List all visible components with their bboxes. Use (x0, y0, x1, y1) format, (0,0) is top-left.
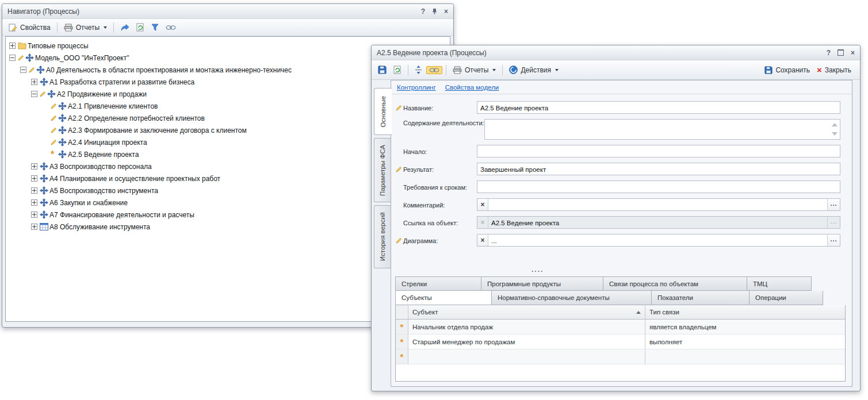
relation-tab[interactable]: Программные продукты (481, 276, 603, 291)
side-tab[interactable]: История версий (374, 205, 391, 268)
clear-field-button[interactable]: × (477, 234, 488, 246)
column-header-subject[interactable]: Субъект (408, 305, 645, 319)
model-properties-link[interactable]: Свойства модели (445, 84, 499, 91)
toolbar-separator (113, 22, 114, 33)
tree-expander-icon[interactable] (31, 91, 37, 97)
grid-row[interactable]: * (396, 349, 845, 364)
close-button[interactable]: × (851, 49, 855, 57)
scroll-arrows-icon[interactable] (831, 122, 838, 137)
actions-button[interactable]: Действия (506, 64, 561, 75)
reports-button[interactable]: Отчеты (61, 22, 110, 33)
relation-type-cell[interactable] (645, 349, 845, 364)
relation-tab-label: ТМЦ (753, 280, 767, 287)
subject-cell[interactable]: Старший менеджер по продажам (408, 334, 645, 349)
ellipsis-button[interactable]: ... (827, 234, 840, 246)
form-field-row: Ссылка на объект: × A2.5 Ведение проекта… (396, 216, 840, 229)
process-icon (58, 102, 68, 110)
process-icon (40, 210, 49, 219)
split-view-button[interactable] (412, 64, 425, 75)
refresh-icon (136, 23, 144, 32)
process-icon (40, 198, 49, 207)
field-input[interactable]: × A2.5 Ведение проекта ... (477, 101, 840, 114)
field-input[interactable]: × Завершенный проект ... (477, 163, 840, 175)
tree-expander-icon[interactable] (20, 67, 26, 73)
field-input[interactable]: × ... ... (477, 234, 840, 247)
side-tab[interactable]: Основные (374, 88, 392, 135)
save-icon-button[interactable] (375, 64, 389, 75)
pencil-icon (51, 139, 58, 145)
tree-expander-icon[interactable] (31, 163, 37, 170)
tree-expander-icon[interactable] (31, 211, 37, 218)
ellipsis-button[interactable]: ... (827, 217, 840, 228)
relation-tab[interactable]: ТМЦ (747, 276, 812, 291)
editor-titlebar: A2.5 Ведение проекта (Процессы) ? × (372, 45, 860, 60)
close-button[interactable]: × Закрыть (814, 65, 854, 75)
go-to-button[interactable] (117, 22, 132, 33)
tree-expander-icon[interactable] (9, 43, 16, 49)
field-input[interactable]: × ... (484, 119, 840, 140)
process-icon (58, 126, 68, 134)
relation-type-cell[interactable]: выполняет (645, 334, 845, 349)
tree-expander-icon[interactable] (31, 79, 37, 85)
floppy-disk-icon (764, 66, 773, 74)
relation-type-cell[interactable]: является владельцем (645, 320, 845, 334)
save-button[interactable]: Сохранить (762, 65, 813, 75)
tree-expander-icon[interactable] (31, 199, 37, 206)
row-gutter: * (396, 349, 408, 364)
tree-expander-icon[interactable] (9, 55, 16, 61)
maximize-icon[interactable] (838, 49, 844, 56)
subject-cell[interactable] (408, 349, 645, 364)
help-button[interactable]: ? (827, 49, 831, 57)
field-input[interactable]: × A2.5 Ведение проекта ... (477, 216, 840, 229)
subject-cell[interactable]: Начальник отдела продаж (408, 320, 645, 334)
side-tab[interactable]: Параметры ФСА (374, 138, 391, 202)
splitter-grip[interactable]: .... (395, 269, 846, 276)
relation-tab[interactable]: Показатели (652, 291, 750, 305)
window-icon (40, 223, 49, 230)
field-input[interactable]: × ... (477, 145, 840, 157)
clear-field-button[interactable]: × (477, 199, 488, 210)
help-button[interactable]: ? (421, 7, 425, 16)
tree-item-label: A2.2 Определение потребностей клиентов (68, 114, 205, 122)
pencil-icon (18, 55, 25, 61)
controlling-link[interactable]: Контроллинг (397, 84, 436, 91)
properties-button[interactable]: Свойства (6, 22, 53, 33)
pin-icon[interactable] (432, 8, 437, 15)
asterisk-icon: * (400, 355, 404, 359)
process-icon (36, 66, 46, 74)
asterisk-icon: * (51, 153, 58, 156)
close-button[interactable]: × (444, 7, 448, 16)
split-arrows-icon (415, 66, 422, 74)
relation-tab[interactable]: Субъекты (395, 291, 492, 305)
relation-tab[interactable]: Стрелки (395, 276, 481, 291)
refresh-button[interactable] (391, 64, 404, 75)
tree-expander-icon[interactable] (31, 187, 37, 194)
ellipsis-button[interactable]: ... (827, 199, 840, 210)
field-input[interactable]: × ... (477, 198, 840, 211)
relation-tab[interactable]: Нормативно-справочные документы (492, 291, 652, 305)
relation-tab-label: Операции (755, 294, 786, 301)
field-input[interactable]: × ... (477, 180, 840, 193)
form-field-row: Диаграмма: × ... ... (396, 234, 840, 247)
relations-section: .... Стрелки Программные продукты Связи … (395, 269, 846, 382)
link-button[interactable] (426, 66, 442, 74)
grid-header-gutter (396, 305, 408, 319)
printer-icon (453, 66, 462, 74)
filter-button[interactable] (148, 22, 162, 32)
dropdown-caret-icon (492, 69, 496, 71)
refresh-button[interactable] (133, 22, 147, 33)
tree-expander-icon[interactable] (31, 224, 37, 230)
tree-expander-icon[interactable] (31, 175, 37, 182)
fields-form: Название: × A2.5 Ведение проекта ... Сод… (391, 94, 852, 247)
clear-field-button[interactable]: × (477, 217, 488, 228)
relation-tab[interactable]: Связи процесса по объектам (603, 276, 747, 291)
reports-button[interactable]: Отчеты (450, 65, 499, 75)
column-header-relation-type[interactable]: Тип связи (645, 305, 845, 319)
grid-row[interactable]: * Начальник отдела продаж является владе… (396, 320, 845, 334)
close-button-label: Закрыть (825, 66, 851, 74)
grid-row[interactable]: * Старший менеджер по продажам выполняет (396, 334, 845, 349)
link-button[interactable] (163, 24, 179, 32)
process-icon (40, 174, 49, 183)
relation-tab[interactable]: Операции (750, 291, 823, 305)
navigator-titlebar: Навигатор (Процессы) ? × (2, 4, 453, 19)
